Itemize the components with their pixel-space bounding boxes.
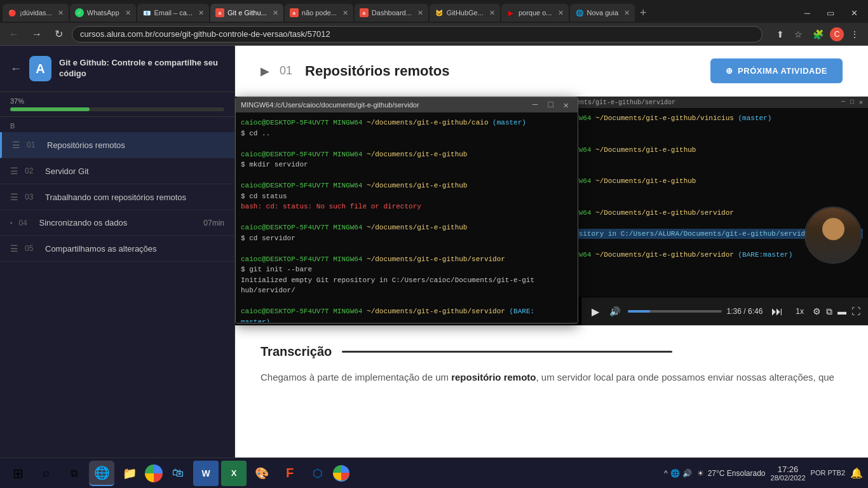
main-content: ▶ 01 Repositórios remotos ⊕ PRÓXIMA ATIV… — [235, 46, 868, 488]
item-label-3: Trabalhando com repositórios remotos — [45, 193, 224, 202]
item-icon-5: ☰ — [10, 243, 18, 254]
sidebar-item-5[interactable]: ☰ 05 Compartilhamos as alterações — [0, 236, 234, 262]
tab-8[interactable]: ▶ porque o... ✕ — [501, 4, 569, 22]
next-activity-button[interactable]: ⊕ PRÓXIMA ATIVIDADE — [710, 58, 843, 83]
terminal-1-controls: ─ □ ✕ — [529, 100, 573, 111]
sidebar-item-2[interactable]: ☰ 02 Servidor Git — [0, 158, 234, 184]
tab-6[interactable]: a Dashboard... ✕ — [355, 4, 428, 22]
extensions-icon[interactable]: 🧩 — [809, 27, 827, 42]
forward-button[interactable]: → — [28, 26, 46, 43]
tab-close-9[interactable]: ✕ — [624, 9, 630, 17]
excel-app[interactable]: X — [221, 461, 247, 486]
reload-button[interactable]: ↻ — [51, 25, 67, 43]
terminal-2-controls: ─ □ ✕ — [841, 98, 863, 106]
t1-line-20: master) — [241, 317, 573, 323]
sidebar-item-1[interactable]: ☰ 01 Repositórios remotos — [0, 132, 234, 158]
search-button[interactable]: ⌕ — [33, 461, 58, 486]
tab-close-3[interactable]: ✕ — [198, 9, 204, 17]
tab-5[interactable]: a não pode... ✕ — [285, 4, 353, 22]
t1-line-6 — [241, 170, 573, 181]
settings-icon[interactable]: ⚙ — [813, 306, 821, 316]
clock-date: 28/02/2022 — [771, 474, 806, 482]
tab-close-4[interactable]: ✕ — [273, 9, 278, 17]
share-icon[interactable]: ⬆ — [773, 27, 788, 42]
word-app[interactable]: W — [193, 461, 219, 486]
tab-label-6: Dashboard... — [372, 9, 412, 17]
back-button[interactable]: ← — [5, 26, 23, 43]
network-icon[interactable]: 🌐 — [670, 469, 680, 478]
close-button[interactable]: ✕ — [843, 6, 865, 20]
video-progress-fill — [628, 310, 650, 313]
t1-line-3 — [241, 139, 573, 149]
t1-line-15: $ git init --bare — [241, 264, 573, 275]
sidebar-item-3[interactable]: ☰ 03 Trabalhando com repositórios remoto… — [0, 184, 234, 210]
sys-tray: ^ 🌐 🔊 — [664, 469, 692, 478]
tab-label-9: Nova guia — [587, 9, 619, 17]
page-layout: ← A Git e Github: Controle e compartilhe… — [0, 46, 868, 488]
play-button[interactable]: ▶ — [589, 303, 602, 320]
volume-button[interactable]: 🔊 — [607, 304, 623, 319]
taskbar-clock[interactable]: 17:26 28/02/2022 — [771, 464, 806, 482]
tab-4[interactable]: a Git e Githu... ✕ — [210, 4, 283, 22]
notification-button[interactable]: 🔔 — [850, 467, 863, 479]
new-tab-button[interactable]: + — [636, 6, 651, 20]
tab-close-8[interactable]: ✕ — [558, 9, 564, 17]
nav-bar: ← → ↻ cursos.alura.com.br/course/git-git… — [0, 23, 868, 46]
tab-favicon-6: a — [360, 8, 369, 17]
fullscreen-icon[interactable]: ⛶ — [851, 306, 860, 316]
t1-line-17: hub/servidor/ — [241, 285, 573, 296]
theater-icon[interactable]: ▬ — [837, 306, 846, 316]
store-app[interactable]: 🛍 — [165, 461, 191, 486]
sidebar-back-button[interactable]: ← — [10, 62, 22, 76]
tab-close-7[interactable]: ✕ — [489, 9, 495, 17]
speed-button[interactable]: 1x — [792, 306, 808, 317]
t1-line-1: caioc@DESKTOP-5F4UV7T MINGW64 ~/document… — [241, 118, 573, 128]
star-icon[interactable]: ☆ — [790, 27, 806, 42]
tab-7[interactable]: 🐱 GitHubGe... ✕ — [430, 4, 500, 22]
terminal-1-maximize[interactable]: □ — [544, 100, 557, 111]
item-label-1: Repositórios remotos — [47, 140, 224, 150]
tab-3[interactable]: 📧 Email – ca... ✕ — [137, 4, 210, 22]
explorer-app[interactable]: 📁 — [117, 461, 142, 486]
sidebar-header: ← A Git e Github: Controle e compartilhe… — [0, 46, 234, 92]
menu-icon[interactable]: ⋮ — [846, 27, 863, 42]
video-progress-bar[interactable] — [628, 310, 722, 313]
next-btn-icon: ⊕ — [726, 66, 733, 76]
tab-favicon-8: ▶ — [506, 8, 515, 17]
maximize-button[interactable]: ▭ — [819, 6, 842, 20]
minimize-button[interactable]: ─ — [797, 6, 818, 20]
browser-chrome: 🔴 ¡dúvidas... ✕ ✓ WhatsApp ✕ 📧 Email – c… — [0, 0, 868, 46]
edge-app[interactable]: 🌐 — [89, 461, 114, 486]
start-button[interactable]: ⊞ — [5, 461, 31, 486]
pip-icon[interactable]: ⧉ — [826, 306, 832, 317]
taskview-button[interactable]: ⧉ — [61, 461, 86, 486]
figma-app[interactable]: F — [277, 461, 302, 486]
tab-close-2[interactable]: ✕ — [125, 9, 131, 17]
vscode-app[interactable]: ⬡ — [305, 461, 330, 486]
sidebar-item-4[interactable]: ▪ 04 Sincronizando os dados 07min — [0, 210, 234, 236]
chrome2-app[interactable] — [333, 465, 349, 482]
tray-arrow[interactable]: ^ — [664, 469, 668, 478]
tab-1[interactable]: 🔴 ¡dúvidas... ✕ — [3, 4, 69, 22]
item-label-4: Sincronizando os dados — [39, 218, 198, 227]
tab-9[interactable]: 🌐 Nova guia ✕ — [570, 4, 635, 22]
terminal-window-1[interactable]: MINGW64:/c/Users/caioc/documents/git-e-g… — [235, 97, 578, 324]
terminal-1-minimize[interactable]: ─ — [529, 100, 541, 111]
tab-close-6[interactable]: ✕ — [417, 9, 423, 17]
app-8[interactable]: 🎨 — [249, 461, 275, 486]
tab-close-1[interactable]: ✕ — [58, 9, 64, 17]
address-bar[interactable]: cursos.alura.com.br/course/git-github-co… — [72, 26, 763, 43]
t2-close[interactable]: ✕ — [859, 98, 863, 106]
tab-close-5[interactable]: ✕ — [342, 9, 348, 17]
t1-line-14: caioc@DESKTOP-5F4UV7T MINGW64 ~/document… — [241, 254, 573, 265]
skip-forward-button[interactable]: ⏭ — [768, 304, 787, 320]
sidebar-progress-section: 37% — [0, 92, 234, 117]
sidebar-logo: A — [29, 56, 51, 81]
tab-2[interactable]: ✓ WhatsApp ✕ — [70, 4, 136, 22]
volume-icon[interactable]: 🔊 — [682, 469, 692, 478]
profile-icon[interactable]: C — [830, 27, 844, 41]
terminal-1-close[interactable]: ✕ — [560, 100, 573, 111]
chrome-app[interactable] — [145, 464, 163, 482]
t2-minimize[interactable]: ─ — [841, 98, 845, 106]
t2-maximize[interactable]: □ — [850, 98, 854, 106]
